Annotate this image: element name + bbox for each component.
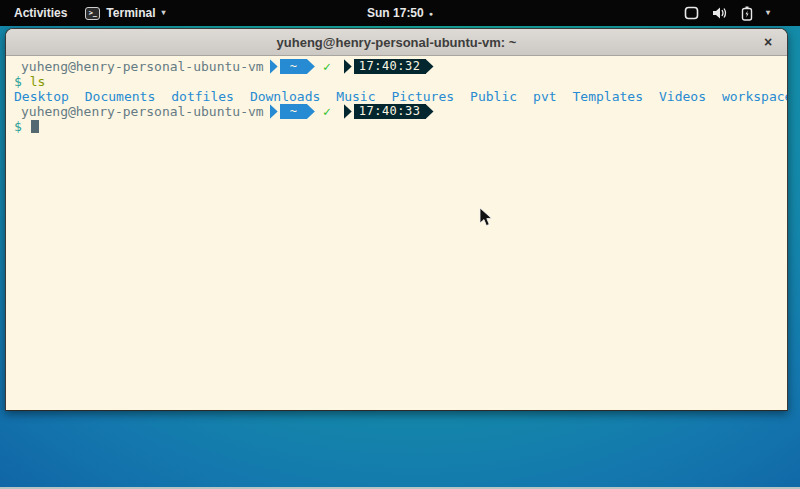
app-menu-label: Terminal (106, 6, 155, 20)
directory-name: Music (336, 89, 375, 104)
powerline-cwd-segment: ~ (270, 59, 315, 74)
directory-name: Documents (85, 89, 155, 104)
powerline-chevron-icon (344, 104, 352, 119)
volume-icon (712, 6, 728, 20)
clock[interactable]: Sun 17:50 (367, 6, 424, 20)
prompt-user-host: yuheng@henry-personal-ubuntu-vm (21, 104, 264, 119)
command-line: $ ls (6, 74, 787, 89)
gnome-top-bar: Activities >_ Terminal ▾ Sun 17:50 ● (0, 0, 800, 26)
terminal-content[interactable]: yuheng@henry-personal-ubuntu-vm ~ ✓ 17:4… (6, 56, 787, 411)
spacer (22, 119, 30, 134)
prompt-line-2: yuheng@henry-personal-ubuntu-vm ~ ✓ 17:4… (6, 104, 787, 119)
terminal-window: yuheng@henry-personal-ubuntu-vm: ~ × yuh… (5, 28, 788, 411)
text-cursor (31, 120, 39, 133)
prompt-cwd: ~ (280, 104, 307, 119)
battery-charging-icon (741, 6, 753, 21)
directory-name: Public (470, 89, 517, 104)
spacer (22, 74, 30, 89)
prompt-symbol: $ (14, 74, 22, 89)
status-check-icon: ✓ (323, 59, 331, 74)
powerline-cwd-segment: ~ (270, 104, 315, 119)
directory-name: Videos (659, 89, 706, 104)
powerline-arrow-icon (307, 59, 315, 74)
prompt-symbol: $ (14, 119, 22, 134)
terminal-app-icon: >_ (85, 7, 100, 20)
powerline-arrow-icon (426, 59, 434, 74)
powerline-time-segment: 17:40:32 (344, 59, 434, 74)
window-title: yuheng@henry-personal-ubuntu-vm: ~ (277, 35, 517, 50)
directory-name: workspace (722, 89, 788, 104)
system-status-area[interactable]: ▾ (684, 6, 800, 21)
directory-name: dotfiles (171, 89, 234, 104)
powerline-chevron-icon (270, 104, 278, 119)
prompt-cwd: ~ (280, 59, 307, 74)
prompt-time: 17:40:32 (354, 59, 426, 74)
prompt-line-1: yuheng@henry-personal-ubuntu-vm ~ ✓ 17:4… (6, 59, 787, 74)
powerline-chevron-icon (270, 59, 278, 74)
chevron-down-icon: ▾ (161, 9, 165, 17)
prompt-user-host: yuheng@henry-personal-ubuntu-vm (21, 59, 264, 74)
prompt-time: 17:40:33 (354, 104, 426, 119)
directory-name: Pictures (391, 89, 454, 104)
ls-output-line: Desktop Documents dotfiles Downloads Mus… (6, 89, 787, 104)
directory-name: Downloads (250, 89, 320, 104)
powerline-arrow-icon (426, 104, 434, 119)
powerline-arrow-icon (307, 104, 315, 119)
desktop: Activities >_ Terminal ▾ Sun 17:50 ● (0, 0, 800, 489)
powerline-time-segment: 17:40:33 (344, 104, 434, 119)
directory-name: Templates (573, 89, 643, 104)
app-menu[interactable]: >_ Terminal ▾ (85, 6, 165, 20)
notification-dot-icon: ● (429, 10, 433, 17)
chevron-down-icon: ▾ (766, 9, 770, 17)
activities-button[interactable]: Activities (10, 4, 71, 22)
status-check-icon: ✓ (323, 104, 331, 119)
command-text: ls (30, 74, 46, 89)
directory-name: pvt (533, 89, 556, 104)
powerline-chevron-icon (344, 59, 352, 74)
input-line[interactable]: $ (6, 119, 787, 134)
close-button[interactable]: × (759, 33, 777, 51)
directory-name: Desktop (14, 89, 69, 104)
screen-icon (684, 6, 699, 20)
window-titlebar[interactable]: yuheng@henry-personal-ubuntu-vm: ~ × (6, 29, 787, 56)
